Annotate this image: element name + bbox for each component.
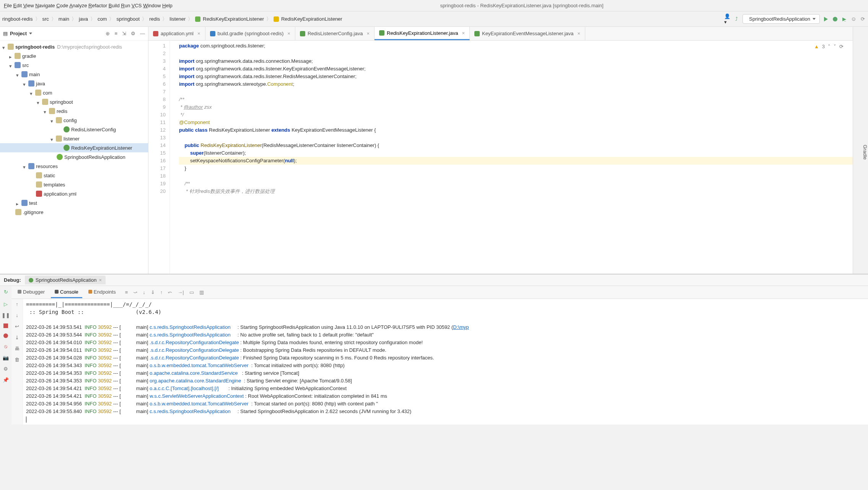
tree-node[interactable]: redis <box>0 106 148 116</box>
menu-edit[interactable]: Edit <box>13 3 22 8</box>
tree-node[interactable]: springboot <box>0 97 148 106</box>
run-to-cursor-icon[interactable]: →| <box>178 289 184 295</box>
tree-node[interactable]: templates <box>0 180 148 189</box>
chevron-icon[interactable] <box>50 118 54 122</box>
tree-node[interactable]: com <box>0 88 148 97</box>
editor-tab[interactable]: application.yml× <box>148 27 205 40</box>
editor-tab[interactable]: RedisListenerConfig.java× <box>295 27 375 40</box>
tree-node[interactable]: SpringbootRedisApplication <box>0 152 148 162</box>
user-icon[interactable]: 👤▾ <box>724 16 730 22</box>
editor-tab[interactable]: RedisKeyExpirationListener.java× <box>375 27 470 40</box>
crumb-part[interactable]: com <box>98 16 107 22</box>
gutter[interactable]: 1234567891011121314151617181920 <box>148 41 170 274</box>
refresh-icon[interactable]: ⟳ <box>839 44 844 49</box>
tree-node[interactable]: RedisKeyExpirationListener <box>0 143 148 152</box>
tree-node[interactable]: config <box>0 116 148 125</box>
camera-icon[interactable]: 📷 <box>3 355 9 361</box>
hide-icon[interactable]: — <box>140 31 145 36</box>
locate-icon[interactable]: ⊕ <box>106 31 110 36</box>
menu-refactor[interactable]: Refactor <box>88 3 107 8</box>
code-content[interactable]: package com.springboot.redis.listener; i… <box>170 41 853 274</box>
editor-tab[interactable]: KeyExpirationEventMessageListener.java× <box>470 27 585 40</box>
attach-button[interactable]: ⟳ <box>860 16 866 22</box>
breakpoints-icon[interactable] <box>3 333 8 338</box>
crumb-part[interactable]: listener <box>169 16 186 22</box>
chevron-icon[interactable] <box>23 82 27 85</box>
editor-tab[interactable]: build.gradle (springboot-redis)× <box>205 27 295 40</box>
gear-icon[interactable]: ⚙ <box>3 366 8 372</box>
next-highlight-icon[interactable]: ˅ <box>834 44 836 49</box>
menu-vcs[interactable]: VCS <box>132 3 142 8</box>
profile-button[interactable]: ⊙ <box>850 16 857 22</box>
crumb-part[interactable]: ringboot-redis <box>2 16 33 22</box>
tree-node[interactable]: .gitignore <box>0 207 148 217</box>
menu-code[interactable]: Code <box>56 3 68 8</box>
chevron-icon[interactable] <box>23 164 27 168</box>
menu-run[interactable]: Run <box>121 3 130 8</box>
debug-button[interactable] <box>832 16 838 22</box>
menu-window[interactable]: Window <box>143 3 161 8</box>
chevron-icon[interactable] <box>9 63 13 67</box>
pin-icon[interactable]: 📌 <box>3 377 9 383</box>
prev-highlight-icon[interactable]: ˄ <box>828 44 831 49</box>
console-output[interactable]: =========|_|==============|___/=/_/_/_/ … <box>23 299 868 425</box>
gradle-tool-button[interactable]: Gradle <box>853 27 868 274</box>
tree-node[interactable]: src <box>0 60 148 70</box>
crumb-part[interactable]: redis <box>149 16 160 22</box>
clear-icon[interactable]: 🗑 <box>15 357 20 363</box>
tree-node[interactable]: java <box>0 79 148 88</box>
tree-node[interactable]: static <box>0 171 148 180</box>
chevron-down-icon[interactable] <box>29 33 32 34</box>
up-icon[interactable]: ↑ <box>16 301 18 307</box>
menu-build[interactable]: Build <box>109 3 120 8</box>
down-icon[interactable]: ↓ <box>16 312 18 318</box>
crumb-part[interactable]: RedisKeyExpirationListener <box>203 16 264 22</box>
chevron-icon[interactable] <box>37 100 41 104</box>
tree-node[interactable]: main <box>0 70 148 79</box>
tab-console[interactable]: Console <box>51 287 82 298</box>
menu-view[interactable]: View <box>23 3 34 8</box>
crumb-part[interactable]: RedisKeyExpirationListener <box>281 16 342 22</box>
tree-node[interactable]: resources <box>0 162 148 171</box>
chevron-icon[interactable] <box>16 72 20 76</box>
chevron-icon[interactable] <box>44 109 47 113</box>
coverage-button[interactable]: ▶̤ <box>841 16 847 22</box>
force-step-into-icon[interactable]: ⇓ <box>151 289 155 295</box>
mute-breakpoints-icon[interactable]: ⦸ <box>4 343 7 350</box>
tree-node[interactable]: application.yml <box>0 189 148 198</box>
drop-frame-icon[interactable]: ⤺ <box>168 289 172 295</box>
step-into-icon[interactable]: ↓ <box>143 289 145 295</box>
close-icon[interactable]: × <box>99 277 102 283</box>
tree-node[interactable]: test <box>0 198 148 207</box>
menu-analyze[interactable]: Analyze <box>69 3 87 8</box>
code-editor[interactable]: 1234567891011121314151617181920 package … <box>148 41 853 274</box>
project-header[interactable]: ▤ Project ⊕ ≡ ⇲ ⚙ — <box>0 27 148 41</box>
chevron-icon[interactable] <box>30 91 34 95</box>
stop-icon[interactable] <box>3 323 8 328</box>
project-tree[interactable]: springboot-redis D:\myproject\springboot… <box>0 41 148 274</box>
build-icon[interactable]: ⤴ <box>733 16 739 22</box>
collapse-icon[interactable]: ⇲ <box>122 31 126 36</box>
close-icon[interactable]: × <box>287 31 290 36</box>
chevron-down-icon[interactable] <box>2 45 6 49</box>
rerun-icon[interactable]: ↻ <box>4 289 8 295</box>
menu-file[interactable]: File <box>4 3 12 8</box>
run-button[interactable] <box>823 16 829 22</box>
step-over-icon[interactable]: ⤻ <box>133 289 137 295</box>
run-config-selector[interactable]: SpringbootRedisApplication <box>743 14 820 24</box>
pause-icon[interactable]: ❚❚ <box>2 312 10 318</box>
chevron-icon[interactable] <box>50 137 54 140</box>
close-icon[interactable]: × <box>197 31 200 36</box>
menu-help[interactable]: Help <box>162 3 173 8</box>
debug-session-tab[interactable]: SpringbootRedisApplication × <box>25 276 106 284</box>
step-out-icon[interactable]: ↑ <box>160 289 163 295</box>
inspection-widget[interactable]: ▲ 3 ˄ ˅ ⟳ <box>812 43 846 50</box>
tab-debugger[interactable]: Debugger <box>14 287 49 298</box>
trace-icon[interactable]: ▥ <box>199 289 204 295</box>
gear-icon[interactable]: ⚙ <box>131 31 135 36</box>
crumb-part[interactable]: java <box>79 16 88 22</box>
scroll-end-icon[interactable]: ⤓ <box>15 335 19 340</box>
expand-icon[interactable]: ≡ <box>114 31 117 36</box>
tab-endpoints[interactable]: Endpoints <box>85 287 120 298</box>
close-icon[interactable]: × <box>577 31 580 36</box>
